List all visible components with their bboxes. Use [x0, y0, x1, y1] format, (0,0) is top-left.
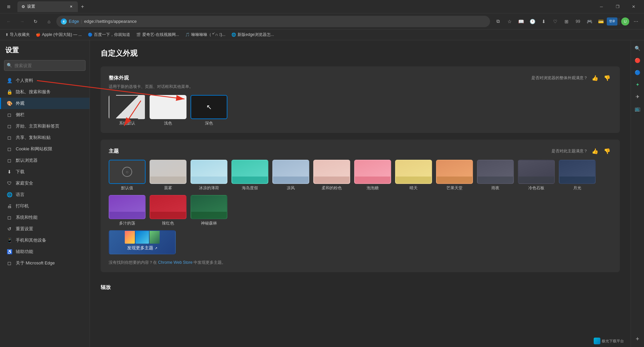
- address-bar[interactable]: e Edge | edge://settings/appearance: [56, 16, 490, 27]
- sidebar-item-start[interactable]: ◻ 开始、主页和新标签页: [0, 120, 90, 132]
- sidebar-label-start: 开始、主页和新标签页: [16, 123, 59, 129]
- thumbs-up-overall[interactable]: 👍: [590, 73, 600, 83]
- right-panel-color[interactable]: 🔴: [632, 55, 643, 66]
- sidebar-item-appearance[interactable]: 🎨 外观: [0, 98, 90, 109]
- theme-card-spicyred[interactable]: 辣红色: [150, 195, 186, 226]
- chrome-web-store-link[interactable]: Chrome Web Store: [158, 260, 193, 265]
- theme-card-discover[interactable]: 发现更多主题 ↗: [109, 230, 176, 254]
- new-tab-button[interactable]: +: [78, 2, 87, 11]
- split-screen-icon[interactable]: ⧉: [493, 16, 503, 27]
- sidebar-item-reset[interactable]: ↺ 重置设置: [0, 223, 90, 235]
- favorites-icon[interactable]: ☆: [504, 16, 515, 27]
- tab-close-button[interactable]: ✕: [68, 4, 74, 9]
- theme-card-default[interactable]: ○ 默认值: [109, 160, 146, 191]
- theme-card-softpink[interactable]: 柔和的粉色: [313, 160, 350, 191]
- apple-icon: 🍎: [36, 33, 41, 37]
- iqiyi-icon: 🎬: [136, 33, 141, 37]
- profile-avatar[interactable]: 登录: [607, 16, 618, 27]
- navbar: ← → ↻ ⌂ e Edge | edge://settings/appeara…: [0, 13, 644, 30]
- sidebar-item-about[interactable]: ◻ 关于 Microsoft Edge: [0, 257, 90, 269]
- thumbs-down-theme[interactable]: 👎: [602, 146, 612, 156]
- rating-question-overall: 是否对浏览器的整体外观满意？: [531, 75, 588, 81]
- theme-label-breeze: 凉风: [272, 185, 309, 191]
- theme-card-morningfog[interactable]: 晨雾: [150, 160, 186, 191]
- address-separator: |: [81, 19, 82, 24]
- theme-card-system[interactable]: 系统默认: [109, 95, 146, 126]
- theme-preview-light: [150, 95, 186, 119]
- extensions-icon[interactable]: 99: [573, 16, 583, 27]
- bookmark-edge-tips[interactable]: 🌐 新版edge浏览器怎...: [229, 31, 277, 39]
- home-button[interactable]: ⌂: [43, 15, 55, 28]
- edge-tips-icon: 🌐: [231, 33, 236, 37]
- bookmark-apple[interactable]: 🍎 Apple (中国大陆) — ...: [33, 31, 85, 39]
- right-panel-airplane[interactable]: ✈: [632, 91, 643, 102]
- settings-tab[interactable]: ⚙ 设置 ✕: [17, 1, 78, 12]
- sidebar-item-default-browser[interactable]: ◻ 默认浏览器: [0, 155, 90, 166]
- theme-card-light[interactable]: 浅色: [150, 95, 186, 126]
- minimize-button[interactable]: ─: [594, 1, 609, 12]
- right-panel-search[interactable]: 🔍: [632, 43, 643, 54]
- thumbs-down-overall[interactable]: 👎: [602, 73, 612, 83]
- right-panel-tv[interactable]: 📺: [632, 103, 643, 114]
- games-icon[interactable]: 🎮: [584, 16, 595, 27]
- footer-text: 没有找到你想要的内容？在 Chrome Web Store 中发现更多主题。: [109, 260, 612, 265]
- right-panel-green[interactable]: ✦: [632, 79, 643, 90]
- theme-card-icemint[interactable]: 冰凉的薄荷: [191, 160, 227, 191]
- sidebar-item-language[interactable]: 🌐 语言: [0, 189, 90, 200]
- theme-card-breeze[interactable]: 凉风: [272, 160, 309, 191]
- bookmark-iqiyi[interactable]: 🎬 爱奇艺-在线视频网...: [133, 31, 182, 39]
- theme-card-mango[interactable]: 芒果天堂: [436, 160, 473, 191]
- sidebar-label-cookies: Cookie 和网站权限: [16, 146, 52, 152]
- theme-card-moonlight[interactable]: 月光: [559, 160, 596, 191]
- tab-area: ⚙ 设置 ✕ +: [17, 1, 594, 12]
- sidebar-label-share: 共享、复制和粘贴: [16, 135, 51, 141]
- theme-card-dark[interactable]: ↖ 深色: [191, 95, 227, 126]
- sidebar-item-cookies[interactable]: ◻ Cookie 和网站权限: [0, 143, 90, 155]
- sidebar-item-mobile[interactable]: 📱 手机和其他设备: [0, 235, 90, 246]
- theme-card-coolslate[interactable]: 冷色石板: [518, 160, 555, 191]
- sidebar-item-printer[interactable]: 🖨 打印机: [0, 200, 90, 212]
- theme-card-rainynight[interactable]: 雨夜: [477, 160, 514, 191]
- close-button[interactable]: ✕: [626, 1, 641, 12]
- bookmark-import[interactable]: ⬆ 导入收藏夹: [3, 31, 33, 39]
- sidebar-item-profile[interactable]: 👤 个人资料: [0, 75, 90, 86]
- search-input[interactable]: [4, 60, 86, 71]
- right-panel-blue[interactable]: 🔵: [632, 67, 643, 78]
- sidebar-item-sidebar[interactable]: ◻ 侧栏: [0, 109, 90, 120]
- right-panel-add[interactable]: +: [632, 334, 643, 344]
- theme-card-sunny[interactable]: 晴天: [395, 160, 432, 191]
- reading-view-icon[interactable]: 📖: [516, 16, 526, 27]
- collections-icon[interactable]: ⊞: [561, 16, 572, 27]
- theme-preview-icemint: [191, 160, 227, 184]
- history-icon[interactable]: 🕐: [527, 16, 538, 27]
- about-icon: ◻: [6, 260, 12, 266]
- bookmark-music[interactable]: 🎵 咻咻咻咻（ *´∩ ゚)...: [182, 31, 228, 39]
- favorites-heart-icon[interactable]: ♡: [550, 16, 560, 27]
- theme-card-juicy[interactable]: 多汁的荡: [109, 195, 146, 226]
- bookmark-baidu-label: 百度一下，你就知道: [94, 32, 130, 38]
- downloads-icon[interactable]: ⬇: [538, 16, 549, 27]
- sidebar-label-printer: 打印机: [16, 203, 29, 209]
- sidebar-item-family[interactable]: 🛡 家庭安全: [0, 178, 90, 189]
- forward-button[interactable]: →: [16, 15, 28, 28]
- theme-card-bubblegum[interactable]: 泡泡糖: [354, 160, 391, 191]
- sidebar-item-system[interactable]: ◻ 系统和性能: [0, 212, 90, 223]
- sidebar-item-downloads[interactable]: ⬇ 下载: [0, 166, 90, 178]
- system-icon[interactable]: ⊞: [3, 1, 15, 13]
- thumbs-up-theme[interactable]: 👍: [590, 146, 600, 156]
- more-tools-icon[interactable]: ⋯: [631, 16, 641, 27]
- user-avatar[interactable]: U: [621, 17, 630, 26]
- back-button[interactable]: ←: [3, 15, 15, 28]
- sidebar-title: 设置: [0, 46, 90, 60]
- refresh-button[interactable]: ↻: [30, 15, 42, 28]
- theme-card-oceanholiday[interactable]: 海岛度假: [231, 160, 268, 191]
- sidebar-item-privacy[interactable]: 🔒 隐私、搜索和服务: [0, 86, 90, 98]
- default-browser-icon: ◻: [6, 158, 12, 163]
- bookmark-iqiyi-label: 爱奇艺-在线视频网...: [142, 32, 179, 38]
- bookmark-baidu[interactable]: 🔵 百度一下，你就知道: [85, 31, 133, 39]
- sidebar-item-accessibility[interactable]: ♿ 辅助功能: [0, 246, 90, 257]
- theme-card-mysticalforest[interactable]: 神秘森林: [191, 195, 227, 226]
- sidebar-item-share[interactable]: ◻ 共享、复制和粘贴: [0, 132, 90, 143]
- restore-button[interactable]: ❐: [610, 1, 625, 12]
- wallet-icon[interactable]: 💳: [595, 16, 606, 27]
